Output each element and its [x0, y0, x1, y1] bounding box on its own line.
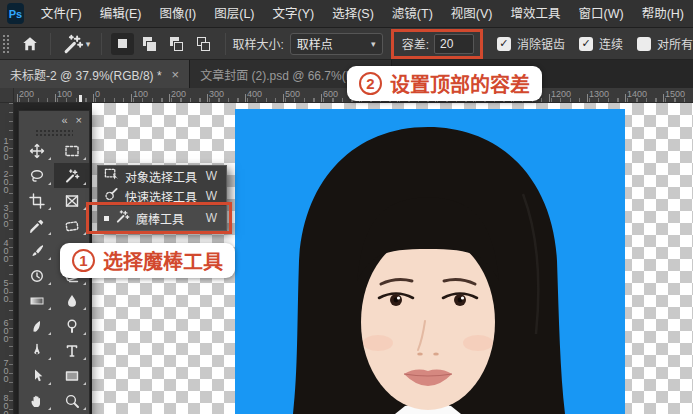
- divider: [225, 33, 226, 55]
- chevron-down-icon: ▾: [86, 39, 91, 49]
- menu-select[interactable]: 选择(S): [323, 0, 383, 28]
- checkbox-unchecked-icon[interactable]: [637, 37, 651, 51]
- tool-smudge[interactable]: [19, 313, 54, 338]
- object-selection-icon: [104, 167, 119, 185]
- chevron-down-icon: ▾: [371, 39, 376, 49]
- flyout-item-quick-selection[interactable]: 快速选择工具 W: [98, 186, 226, 206]
- menu-type[interactable]: 文字(Y): [264, 0, 324, 28]
- close-tab-icon[interactable]: [172, 67, 180, 82]
- tool-rectangle[interactable]: [54, 363, 89, 388]
- tool-magic-wand[interactable]: [54, 163, 89, 188]
- sample-size-label: 取样大小:: [233, 35, 284, 52]
- tool-hand[interactable]: [19, 388, 54, 413]
- portrait-illustration: [235, 109, 625, 414]
- tool-move[interactable]: [19, 138, 54, 163]
- panel-grip-handle[interactable]: [35, 129, 73, 138]
- options-grip-handle[interactable]: [2, 34, 9, 54]
- menu-filter[interactable]: 滤镜(T): [383, 0, 442, 28]
- tool-options-bar: ▾ 取样大小: 取样点 ▾ 容差: 消除锯齿 连续: [0, 28, 693, 60]
- sample-size-dropdown[interactable]: 取样点 ▾: [290, 33, 383, 55]
- tool-dodge[interactable]: [54, 313, 89, 338]
- vertical-ruler: 100 200 300 400 500 600 700 800: [0, 103, 14, 414]
- tool-pen[interactable]: [19, 338, 54, 363]
- tool-history-brush[interactable]: [19, 263, 54, 288]
- new-selection-mode-button[interactable]: [111, 33, 134, 55]
- tool-crop[interactable]: [19, 188, 54, 213]
- annotation-step-2: 2 设置顶部的容差: [347, 66, 542, 101]
- tool-path-selection[interactable]: [19, 363, 54, 388]
- photoshop-window: Ps 文件(F) 编辑(E) 图像(I) 图层(L) 文字(Y) 选择(S) 滤…: [0, 0, 693, 414]
- current-tool-button[interactable]: ▾: [58, 31, 95, 57]
- ruler-cursor-marker: [79, 95, 82, 102]
- intersect-selection-mode-button[interactable]: [192, 33, 215, 55]
- menu-edit[interactable]: 编辑(E): [91, 0, 151, 28]
- selection-tools-flyout-menu: 对象选择工具 W 快速选择工具 W 魔棒工具 W: [97, 165, 227, 231]
- tool-eyedropper[interactable]: [19, 213, 54, 238]
- quick-selection-icon: [104, 187, 119, 205]
- menu-view[interactable]: 视图(V): [442, 0, 502, 28]
- tolerance-input[interactable]: [434, 34, 474, 54]
- annotation-text: 选择魔棒工具: [103, 246, 223, 275]
- home-button[interactable]: [17, 31, 43, 57]
- menu-image[interactable]: 图像(I): [150, 0, 205, 28]
- portrait-photo[interactable]: [235, 109, 625, 414]
- tool-brush[interactable]: [19, 238, 54, 263]
- divider: [50, 33, 51, 55]
- magic-wand-icon: [62, 33, 84, 55]
- flyout-item-object-selection[interactable]: 对象选择工具 W: [98, 166, 226, 186]
- subtract-from-selection-mode-button[interactable]: [165, 33, 188, 55]
- magic-wand-icon: [115, 209, 130, 227]
- tools-panel-header: « ×: [19, 111, 89, 129]
- menu-help[interactable]: 帮助(H): [633, 0, 693, 28]
- tolerance-highlight-box: 容差:: [391, 29, 483, 59]
- annotation-text: 设置顶部的容差: [390, 69, 530, 98]
- tool-zoom[interactable]: [54, 388, 89, 413]
- current-tool-bullet: [104, 216, 109, 221]
- checkbox-checked-icon[interactable]: [497, 37, 511, 51]
- checkbox-checked-icon[interactable]: [579, 37, 593, 51]
- tolerance-label: 容差:: [402, 35, 429, 52]
- contiguous-option[interactable]: 连续: [579, 35, 623, 52]
- ruler-origin-corner[interactable]: [0, 88, 14, 103]
- sample-all-layers-option[interactable]: 对所有: [637, 35, 693, 52]
- tool-healing-patch[interactable]: [54, 213, 89, 238]
- tool-type[interactable]: [54, 338, 89, 363]
- tool-rectangular-marquee[interactable]: [54, 138, 89, 163]
- menu-plugins[interactable]: 增效工具: [502, 0, 570, 28]
- tool-blur[interactable]: [54, 288, 89, 313]
- home-icon: [21, 35, 39, 53]
- collapse-panel-icon[interactable]: «: [61, 114, 67, 126]
- tool-gradient[interactable]: [19, 288, 54, 313]
- tool-lasso[interactable]: [19, 163, 54, 188]
- menu-layer[interactable]: 图层(L): [205, 0, 263, 28]
- close-panel-icon[interactable]: ×: [76, 114, 82, 126]
- menu-bar: Ps 文件(F) 编辑(E) 图像(I) 图层(L) 文字(Y) 选择(S) 滤…: [0, 0, 693, 28]
- menu-window[interactable]: 窗口(W): [570, 0, 633, 28]
- photoshop-logo-icon: Ps: [7, 3, 24, 24]
- add-to-selection-mode-button[interactable]: [138, 33, 161, 55]
- step-number-circle: 2: [359, 72, 382, 95]
- annotation-step-1: 1 选择魔棒工具: [60, 243, 235, 278]
- step-number-circle: 1: [72, 249, 95, 272]
- divider: [101, 33, 102, 55]
- tab-untitled-2[interactable]: 未标题-2 @ 37.9%(RGB/8) *: [0, 60, 190, 88]
- anti-alias-option[interactable]: 消除锯齿: [497, 35, 565, 52]
- flyout-item-magic-wand[interactable]: 魔棒工具 W: [98, 206, 226, 230]
- new-selection-icon: [118, 39, 127, 48]
- menu-file[interactable]: 文件(F): [32, 0, 91, 28]
- tool-frame[interactable]: [54, 188, 89, 213]
